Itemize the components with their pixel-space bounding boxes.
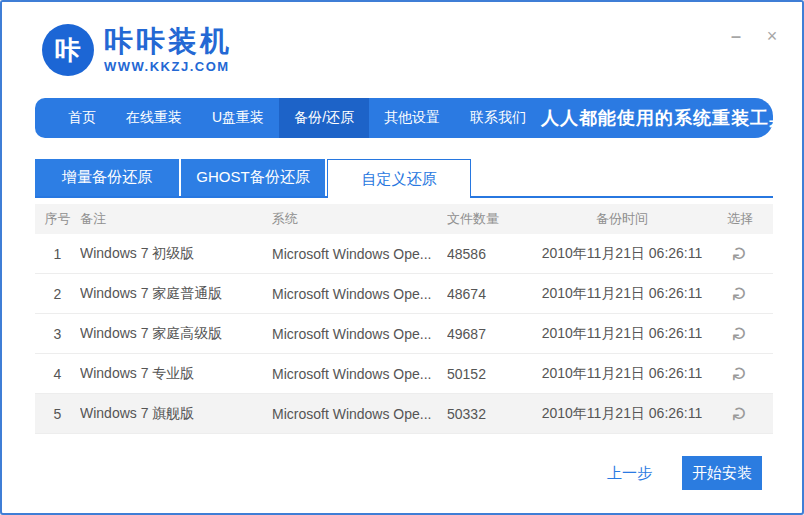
select-refresh-icon[interactable]: ↻ [730,246,749,262]
tab-GHOST备份还原[interactable]: GHOST备份还原 [181,159,325,196]
column-header-序号: 序号 [35,210,80,228]
main-navbar: 首页在线重装U盘重装备份/还原其他设置联系我们 人人都能使用的系统重装工具 [35,98,773,138]
row-index: 1 [35,246,80,262]
row-select-cell: ↻ [707,324,773,343]
backup-table: 序号备注系统文件数量备份时间选择 1Windows 7 初级版Microsoft… [35,204,773,434]
app-url: WWW.KKZJ.COM [104,59,232,74]
row-file-count: 49687 [447,326,537,342]
nav-item-U盘重装[interactable]: U盘重装 [197,98,279,138]
row-file-count: 50332 [447,406,537,422]
row-system: Microsoft Windows Ope... [272,286,447,302]
app-title: 咔咔装机 [104,26,232,56]
tab-自定义还原[interactable]: 自定义还原 [327,159,471,198]
row-select-cell: ↻ [707,244,773,263]
nav-tagline: 人人都能使用的系统重装工具 [541,106,788,130]
row-index: 4 [35,366,80,382]
table-row[interactable]: 4Windows 7 专业版Microsoft Windows Ope...50… [35,354,773,394]
table-row[interactable]: 2Windows 7 家庭普通版Microsoft Windows Ope...… [35,274,773,314]
app-logo-icon: 咔 [42,24,94,76]
select-refresh-icon[interactable]: ↻ [730,406,749,422]
table-body: 1Windows 7 初级版Microsoft Windows Ope...48… [35,234,773,434]
row-remark: Windows 7 专业版 [80,365,272,383]
column-header-备注: 备注 [80,210,272,228]
footer-actions: 上一步 开始安装 [607,456,762,490]
app-window: 咔 咔咔装机 WWW.KKZJ.COM – × 首页在线重装U盘重装备份/还原其… [0,0,804,515]
row-index: 3 [35,326,80,342]
row-file-count: 48674 [447,286,537,302]
row-select-cell: ↻ [707,404,773,423]
row-remark: Windows 7 家庭普通版 [80,285,272,303]
row-backup-time: 2010年11月21日 06:26:11 [537,325,707,343]
minimize-icon[interactable]: – [726,26,746,46]
row-system: Microsoft Windows Ope... [272,246,447,262]
row-index: 2 [35,286,80,302]
select-refresh-icon[interactable]: ↻ [730,326,749,342]
row-remark: Windows 7 旗舰版 [80,405,272,423]
brand-text: 咔咔装机 WWW.KKZJ.COM [104,26,232,73]
start-install-button[interactable]: 开始安装 [682,456,762,490]
column-header-选择: 选择 [707,210,773,228]
nav-item-首页[interactable]: 首页 [53,98,111,138]
nav-item-在线重装[interactable]: 在线重装 [111,98,197,138]
nav-items: 首页在线重装U盘重装备份/还原其他设置联系我们 [53,98,541,138]
column-header-备份时间: 备份时间 [537,210,707,228]
row-select-cell: ↻ [707,284,773,303]
tab-增量备份还原[interactable]: 增量备份还原 [35,159,179,196]
column-header-文件数量: 文件数量 [447,210,537,228]
select-refresh-icon[interactable]: ↻ [730,286,749,302]
back-button[interactable]: 上一步 [607,464,652,483]
nav-item-其他设置[interactable]: 其他设置 [369,98,455,138]
titlebar: 咔 咔咔装机 WWW.KKZJ.COM – × [2,2,802,98]
row-backup-time: 2010年11月21日 06:26:11 [537,365,707,383]
row-file-count: 48586 [447,246,537,262]
nav-item-备份/还原[interactable]: 备份/还原 [279,98,369,138]
row-backup-time: 2010年11月21日 06:26:11 [537,285,707,303]
column-header-系统: 系统 [272,210,447,228]
nav-item-联系我们[interactable]: 联系我们 [455,98,541,138]
close-icon[interactable]: × [762,26,782,46]
select-refresh-icon[interactable]: ↻ [730,366,749,382]
tab-row: 增量备份还原GHOST备份还原自定义还原 [35,159,471,198]
table-header: 序号备注系统文件数量备份时间选择 [35,204,773,234]
row-backup-time: 2010年11月21日 06:26:11 [537,245,707,263]
row-select-cell: ↻ [707,364,773,383]
row-remark: Windows 7 初级版 [80,245,272,263]
restore-tabs: 增量备份还原GHOST备份还原自定义还原 [35,159,773,198]
row-remark: Windows 7 家庭高级版 [80,325,272,343]
table-row[interactable]: 1Windows 7 初级版Microsoft Windows Ope...48… [35,234,773,274]
row-backup-time: 2010年11月21日 06:26:11 [537,405,707,423]
window-controls: – × [726,26,782,46]
row-file-count: 50152 [447,366,537,382]
table-row[interactable]: 3Windows 7 家庭高级版Microsoft Windows Ope...… [35,314,773,354]
row-index: 5 [35,406,80,422]
row-system: Microsoft Windows Ope... [272,406,447,422]
row-system: Microsoft Windows Ope... [272,366,447,382]
brand-logo: 咔 咔咔装机 WWW.KKZJ.COM [42,24,232,76]
table-row[interactable]: 5Windows 7 旗舰版Microsoft Windows Ope...50… [35,394,773,434]
row-system: Microsoft Windows Ope... [272,326,447,342]
